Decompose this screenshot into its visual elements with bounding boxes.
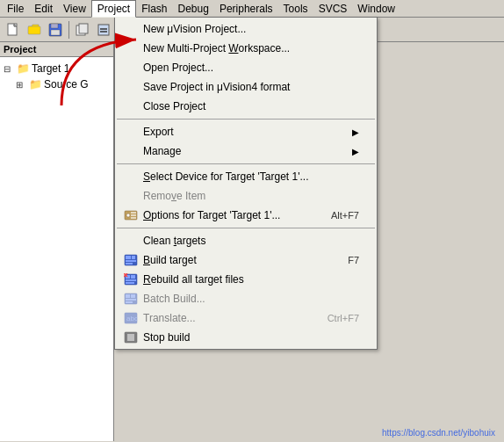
tree-expand-source[interactable]: ⊞ [16, 80, 28, 90]
menu-item-translate[interactable]: abc Translate... Ctrl+F7 [115, 308, 377, 328]
svg-rect-6 [51, 24, 58, 28]
menu-item-translate-label: Translate... [143, 312, 310, 324]
svg-rect-35 [126, 260, 136, 262]
menubar-item-window[interactable]: Window [352, 0, 400, 18]
svg-rect-9 [79, 24, 88, 33]
svg-rect-34 [132, 256, 135, 259]
menu-item-stop-build-label: Stop build [143, 331, 359, 344]
svg-text:abc: abc [126, 315, 138, 322]
tree-label-source: Source G [44, 78, 89, 91]
svg-rect-47 [126, 299, 136, 301]
translate-shortcut: Ctrl+F7 [328, 313, 359, 323]
menu-item-open-project[interactable]: Open Project... [115, 58, 377, 77]
menubar-item-edit[interactable]: Edit [29, 0, 58, 18]
stop-build-icon [122, 330, 140, 344]
menu-item-remove[interactable]: Remove Item [115, 186, 377, 206]
options-target-shortcut: Alt+F7 [331, 210, 359, 221]
menu-item-select-device[interactable]: Select Device for Target 'Target 1'... [115, 167, 377, 186]
open-project-icon [122, 61, 140, 75]
batch-build-icon [122, 292, 140, 306]
menu-item-options-target-label: Options for Target 'Target 1'... [143, 209, 313, 221]
export-icon [122, 125, 140, 139]
svg-rect-7 [51, 30, 60, 35]
select-device-icon [122, 170, 140, 184]
menu-item-rebuild-all-label: Rebuild all target files [143, 273, 359, 286]
menubar: File Edit View Project Flash Debug Perip… [0, 0, 504, 18]
menu-item-manage[interactable]: Manage ▶ [115, 141, 377, 161]
project-tree: ⊟ 📁 Target 1 ⊞ 📁 Source G [0, 57, 113, 96]
svg-rect-33 [126, 256, 131, 259]
manage-icon [122, 144, 140, 158]
options-target-icon [122, 208, 140, 222]
menubar-item-file[interactable]: File [2, 0, 29, 18]
svg-rect-48 [126, 301, 133, 303]
svg-rect-45 [126, 294, 130, 298]
svg-rect-41 [126, 282, 134, 284]
menu-item-clean-targets[interactable]: Clean targets [115, 231, 377, 250]
menu-item-clean-targets-label: Clean targets [143, 235, 359, 247]
folder-icon-source: 📁 [28, 77, 42, 91]
panel-title: Project [0, 42, 113, 57]
menu-item-export-label: Export [143, 126, 352, 138]
tree-label-target1: Target 1 [32, 62, 69, 75]
menu-item-new-project-label: New μVision Project... [143, 23, 359, 35]
menubar-item-view[interactable]: View [58, 0, 91, 18]
tree-item-target1[interactable]: ⊟ 📁 Target 1 [2, 61, 112, 76]
menu-item-build-target-label: Build target [143, 254, 330, 266]
menubar-item-debug[interactable]: Debug [173, 0, 214, 18]
menu-item-options-target[interactable]: Options for Target 'Target 1'... Alt+F7 [115, 206, 377, 225]
save-button[interactable] [46, 20, 65, 40]
svg-rect-46 [131, 294, 135, 298]
tree-item-source[interactable]: ⊞ 📁 Source G [14, 76, 112, 92]
svg-rect-39 [131, 275, 135, 279]
menu-item-select-device-label: Select Device for Target 'Target 1'... [143, 170, 359, 183]
menu-item-new-multiproject[interactable]: New Multi-Project Workspace... [115, 39, 377, 58]
svg-rect-36 [126, 263, 133, 264]
menu-separator-3 [117, 228, 375, 228]
menu-item-rebuild-all[interactable]: Rebuild all target files [115, 270, 377, 289]
menu-item-new-project[interactable]: New μVision Project... [115, 19, 377, 39]
menu-item-build-target[interactable]: Build target F7 [115, 250, 377, 270]
open-file-button[interactable] [25, 20, 44, 40]
menu-item-new-multiproject-label: New Multi-Project Workspace... [143, 42, 359, 54]
new-multiproject-icon [122, 41, 140, 55]
watermark: https://blog.csdn.net/yibohuix [382, 428, 495, 438]
menu-item-stop-build[interactable]: Stop build [115, 328, 377, 347]
rebuild-all-icon [122, 272, 140, 286]
export-arrow-icon: ▶ [352, 127, 359, 137]
menu-item-batch-build-label: Batch Build... [143, 293, 359, 305]
new-file-button[interactable] [4, 20, 23, 40]
save-project-icon [122, 80, 140, 94]
menubar-item-svcs[interactable]: SVCS [313, 0, 353, 18]
menu-item-close-project-label: Close Project [143, 100, 359, 112]
menu-item-export[interactable]: Export ▶ [115, 122, 377, 141]
svg-rect-52 [127, 334, 134, 341]
menu-item-manage-label: Manage [143, 145, 352, 157]
menubar-item-peripherals[interactable]: Peripherals [214, 0, 278, 18]
menubar-item-tools[interactable]: Tools [278, 0, 313, 18]
build-target-icon [122, 253, 140, 267]
manage-arrow-icon: ▶ [352, 147, 359, 156]
menu-item-batch-build[interactable]: Batch Build... [115, 289, 377, 308]
menu-item-remove-label: Remove Item [143, 190, 359, 202]
menu-separator-1 [117, 119, 375, 120]
menu-separator-2 [117, 163, 375, 164]
svg-rect-10 [98, 25, 109, 35]
build-target-shortcut: F7 [348, 255, 359, 265]
menu-item-close-project[interactable]: Close Project [115, 97, 377, 116]
remove-icon [122, 189, 140, 203]
new-project-icon [122, 22, 140, 36]
menu-item-save-project-label: Save Project in μVision4 format [143, 81, 359, 93]
folder-icon-target1: 📁 [16, 62, 30, 76]
svg-rect-40 [126, 279, 136, 281]
project-dropdown-menu: New μVision Project... New Multi-Project… [114, 17, 378, 350]
close-project-icon [122, 99, 140, 113]
menubar-item-flash[interactable]: Flash [136, 0, 172, 18]
toolbar-btn-3[interactable] [94, 20, 113, 40]
toolbar-btn-2[interactable] [73, 20, 92, 40]
clean-targets-icon [122, 234, 140, 248]
menu-item-save-project[interactable]: Save Project in μVision4 format [115, 77, 377, 97]
menubar-item-project[interactable]: Project [91, 0, 136, 18]
left-panel: Project ⊟ 📁 Target 1 ⊞ 📁 Source G [0, 42, 114, 441]
tree-expand-target1[interactable]: ⊟ [4, 64, 16, 74]
